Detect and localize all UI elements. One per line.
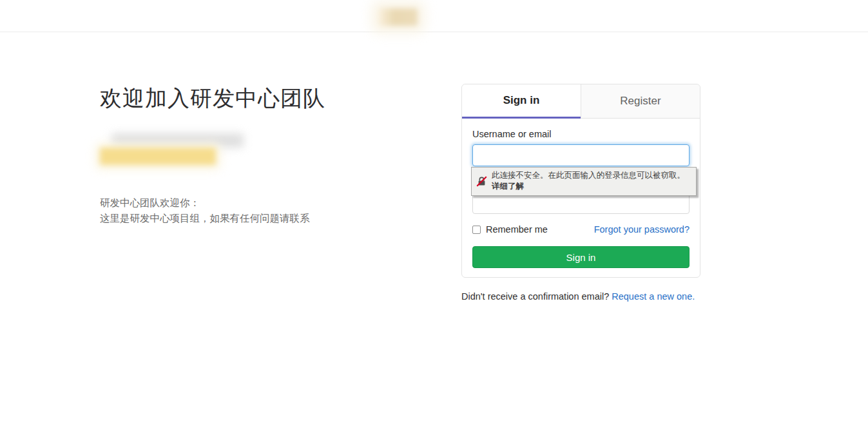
forgot-password-link[interactable]: Forgot your password? [594,224,690,235]
remember-forgot-row: Remember me Forgot your password? [472,224,690,235]
welcome-text: 研发中心团队欢迎你： 这里是研发中心项目组，如果有任何问题请联系 [100,195,461,226]
hero-section: 欢迎加入研发中心团队 研发中心团队欢迎你： 这里是研发中心项目组，如果有任何问题… [100,84,461,302]
remember-me-label: Remember me [486,224,548,235]
request-new-confirmation-link[interactable]: Request a new one. [612,291,695,302]
auth-column: Sign in Register Username or email [461,84,700,302]
logo-redacted [379,8,418,26]
sign-in-form: Username or email [462,119,700,277]
remember-me[interactable]: Remember me [472,224,548,235]
welcome-line-1: 研发中心团队欢迎你： [100,197,200,208]
main-content: 欢迎加入研发中心团队 研发中心团队欢迎你： 这里是研发中心项目组，如果有任何问题… [0,32,868,302]
page-title: 欢迎加入研发中心团队 [100,84,461,113]
sign-in-button[interactable]: Sign in [472,246,690,268]
insecure-connection-tooltip: 此连接不安全。在此页面输入的登录信息可以被窃取。详细了解 [471,167,697,196]
insecure-warning-text: 此连接不安全。在此页面输入的登录信息可以被窃取。详细了解 [492,170,691,192]
auth-tabs: Sign in Register [462,84,700,119]
password-field-wrap: 此连接不安全。在此页面输入的登录信息可以被窃取。详细了解 [472,192,690,214]
username-input[interactable] [472,144,690,166]
insecure-lock-icon [476,176,487,187]
redacted-line-gray [111,133,244,148]
top-header [0,0,868,32]
confirmation-text: Didn't receive a confirmation email? [461,291,609,302]
remember-me-checkbox[interactable] [472,226,481,234]
confirmation-note: Didn't receive a confirmation email? Req… [461,291,700,302]
page: 欢迎加入研发中心团队 研发中心团队欢迎你： 这里是研发中心项目组，如果有任何问题… [0,0,868,302]
redacted-content [100,132,461,167]
welcome-line-2: 这里是研发中心项目组，如果有任何问题请联系 [100,213,310,224]
learn-more-link[interactable]: 详细了解 [492,182,524,191]
tab-sign-in[interactable]: Sign in [462,84,581,119]
username-label: Username or email [472,129,690,139]
sign-in-panel: Sign in Register Username or email [461,84,700,278]
tab-register[interactable]: Register [581,84,700,119]
redacted-line-yellow [100,148,216,165]
